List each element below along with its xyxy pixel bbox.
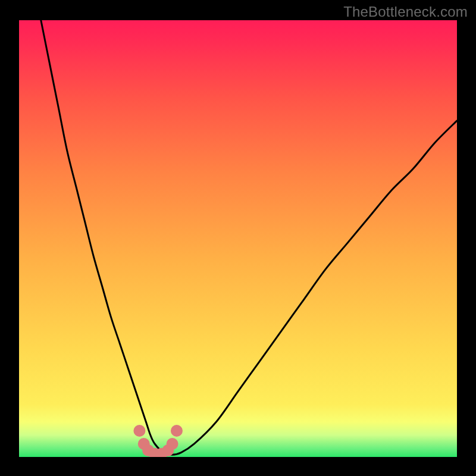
chart-container: TheBottleneck.com	[0, 0, 476, 476]
marker-dot	[171, 425, 183, 437]
plot-area	[19, 20, 457, 457]
chart-svg	[19, 20, 457, 457]
marker-dot	[133, 425, 145, 437]
marker-dot	[167, 438, 178, 450]
watermark-text: TheBottleneck.com	[343, 4, 468, 20]
